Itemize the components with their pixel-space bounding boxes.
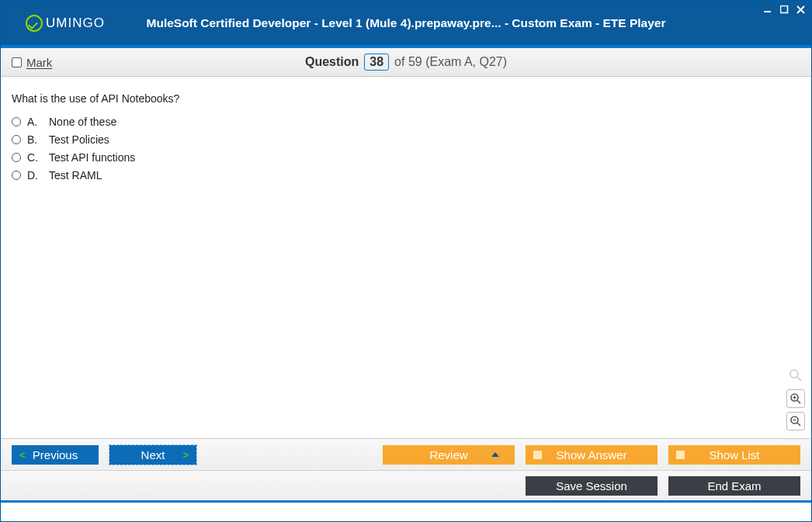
logo-text: UMINGO (46, 16, 105, 31)
review-button[interactable]: Review (383, 445, 515, 465)
square-icon (676, 451, 685, 459)
search-icon[interactable] (787, 367, 804, 384)
question-text: What is the use of API Notebooks? (12, 92, 800, 105)
radio-icon (12, 135, 21, 144)
close-icon[interactable] (794, 3, 807, 16)
show-list-button[interactable]: Show List (668, 445, 800, 465)
svg-rect-1 (780, 5, 787, 12)
option-letter: B. (27, 133, 43, 146)
show-answer-button[interactable]: Show Answer (526, 445, 658, 465)
zoom-tools (786, 367, 805, 430)
option-text: Test RAML (49, 169, 102, 181)
zoom-in-button[interactable] (786, 389, 805, 408)
chevron-right-icon: > (182, 449, 189, 461)
button-label: Next (141, 448, 165, 462)
checkbox-icon (12, 57, 22, 67)
svg-line-9 (797, 423, 800, 426)
option-letter: A. (27, 116, 43, 128)
option-b[interactable]: B. Test Policies (12, 133, 800, 146)
save-session-button[interactable]: Save Session (526, 476, 658, 496)
window-controls (762, 3, 807, 16)
mark-checkbox[interactable]: Mark (12, 56, 52, 69)
button-label: End Exam (707, 479, 761, 493)
triangle-up-icon (491, 452, 499, 457)
option-d[interactable]: D. Test RAML (12, 169, 800, 181)
question-content: What is the use of API Notebooks? A. Non… (1, 77, 811, 439)
question-suffix: of 59 (Exam A, Q27) (394, 55, 507, 69)
option-text: Test API functions (49, 151, 135, 164)
session-button-row: Save Session End Exam (1, 471, 811, 503)
radio-icon (12, 171, 21, 180)
question-word: Question (305, 55, 359, 69)
svg-line-5 (797, 400, 800, 403)
radio-icon (12, 153, 21, 162)
mark-label: Mark (26, 56, 52, 69)
app-logo: UMINGO (26, 15, 105, 32)
button-label: Show List (709, 448, 759, 462)
option-letter: C. (27, 151, 43, 164)
svg-point-2 (790, 370, 798, 378)
next-button[interactable]: Next > (109, 445, 196, 465)
option-text: Test Policies (49, 133, 109, 146)
end-exam-button[interactable]: End Exam (668, 476, 800, 496)
square-icon (533, 451, 542, 459)
options-list: A. None of these B. Test Policies C. Tes… (12, 116, 800, 181)
button-label: Show Answer (557, 448, 627, 462)
button-label: Save Session (556, 479, 627, 493)
window-title: MuleSoft Certified Developer - Level 1 (… (147, 16, 666, 30)
zoom-out-button[interactable] (786, 412, 805, 430)
option-letter: D. (27, 169, 43, 181)
checkmark-circle-icon (26, 15, 43, 32)
titlebar: UMINGO MuleSoft Certified Developer - Le… (1, 1, 811, 48)
question-number-box: 38 (364, 54, 389, 71)
svg-line-3 (797, 377, 801, 381)
button-label: Previous (33, 448, 78, 462)
chevron-left-icon: < (19, 449, 26, 461)
option-text: None of these (49, 116, 116, 128)
minimize-icon[interactable] (762, 3, 774, 16)
maximize-icon[interactable] (778, 3, 790, 16)
question-header-bar: Mark Question 38 of 59 (Exam A, Q27) (1, 48, 811, 77)
question-indicator: Question 38 of 59 (Exam A, Q27) (305, 54, 507, 71)
option-a[interactable]: A. None of these (12, 116, 800, 128)
previous-button[interactable]: < Previous (12, 445, 99, 465)
button-label: Review (429, 448, 467, 462)
svg-rect-0 (764, 11, 771, 12)
option-c[interactable]: C. Test API functions (12, 151, 800, 164)
radio-icon (12, 117, 21, 126)
nav-button-row: < Previous Next > Review Show Answer Sho… (1, 439, 811, 471)
